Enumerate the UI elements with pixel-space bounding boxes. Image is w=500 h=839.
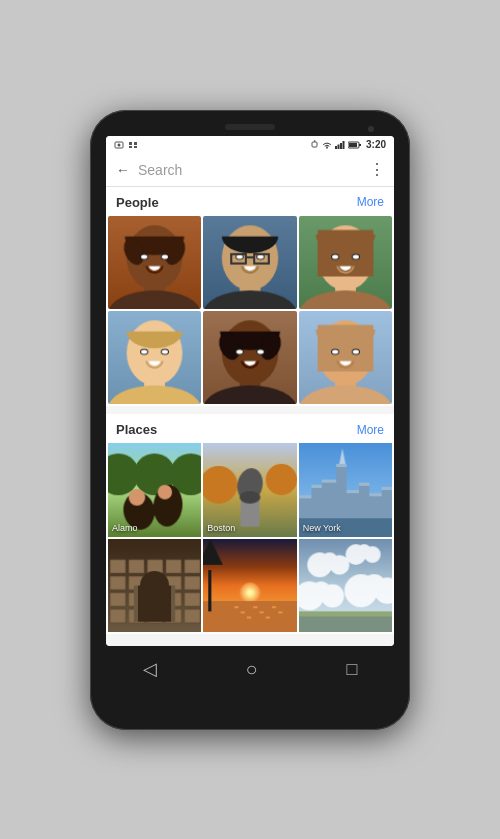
person-2[interactable]	[203, 216, 296, 309]
search-input[interactable]: Search	[138, 162, 361, 178]
svg-rect-6	[312, 142, 317, 147]
nav-back-button[interactable]: ◁	[143, 658, 157, 680]
more-options-button[interactable]: ⋮	[369, 162, 384, 178]
people-title: People	[116, 195, 159, 210]
place-alamo-label: Alamo	[112, 523, 138, 533]
person-1[interactable]	[108, 216, 201, 309]
place-clouds[interactable]	[299, 539, 392, 632]
phone-top	[98, 124, 402, 130]
content-area: People More	[106, 187, 394, 646]
places-more-button[interactable]: More	[357, 423, 384, 437]
nav-recent-button[interactable]: □	[347, 659, 358, 680]
back-button[interactable]: ←	[116, 162, 130, 178]
status-icons	[310, 140, 362, 149]
phone-frame: 3:20 ← Search ⋮ People More	[90, 110, 410, 730]
svg-rect-9	[340, 143, 342, 149]
speaker	[225, 124, 275, 130]
people-section: People More	[106, 187, 394, 407]
svg-rect-4	[129, 146, 132, 148]
person-6[interactable]	[299, 311, 392, 404]
place-boston-label: Boston	[207, 523, 235, 533]
place-new-york-label: New York	[303, 523, 341, 533]
nav-home-button[interactable]: ○	[246, 658, 258, 681]
place-sunset[interactable]	[203, 539, 296, 632]
camera	[368, 126, 374, 132]
svg-point-1	[118, 143, 121, 146]
svg-rect-12	[359, 144, 361, 146]
person-4[interactable]	[108, 311, 201, 404]
svg-rect-7	[335, 146, 337, 149]
people-more-button[interactable]: More	[357, 195, 384, 209]
nav-bar: ◁ ○ □	[98, 648, 402, 689]
person-5[interactable]	[203, 311, 296, 404]
places-grid: Alamo Boston New York	[106, 443, 394, 634]
svg-rect-8	[337, 144, 339, 149]
place-ruins[interactable]	[108, 539, 201, 632]
place-boston[interactable]: Boston	[203, 443, 296, 536]
place-alamo[interactable]: Alamo	[108, 443, 201, 536]
search-bar: ← Search ⋮	[106, 154, 394, 187]
signal-icon	[335, 141, 345, 149]
svg-rect-2	[129, 142, 132, 145]
places-title: Places	[116, 422, 157, 437]
people-section-header: People More	[106, 187, 394, 216]
battery-icon	[348, 141, 362, 149]
top-icon-row	[114, 141, 138, 149]
svg-rect-13	[349, 143, 357, 147]
wifi-icon	[322, 141, 332, 149]
svg-rect-3	[134, 142, 137, 145]
screenshot-icon	[114, 141, 124, 149]
places-section-header: Places More	[106, 414, 394, 443]
person-3[interactable]	[299, 216, 392, 309]
people-grid	[106, 216, 394, 407]
grid-icon	[128, 141, 138, 149]
place-new-york[interactable]: New York	[299, 443, 392, 536]
rotate-icon	[310, 140, 319, 149]
svg-rect-10	[342, 141, 344, 149]
places-section: Places More Alamo Boston	[106, 414, 394, 634]
svg-rect-5	[134, 146, 137, 148]
status-bar: 3:20	[106, 136, 394, 154]
screen: 3:20 ← Search ⋮ People More	[106, 136, 394, 646]
status-time: 3:20	[366, 139, 386, 150]
